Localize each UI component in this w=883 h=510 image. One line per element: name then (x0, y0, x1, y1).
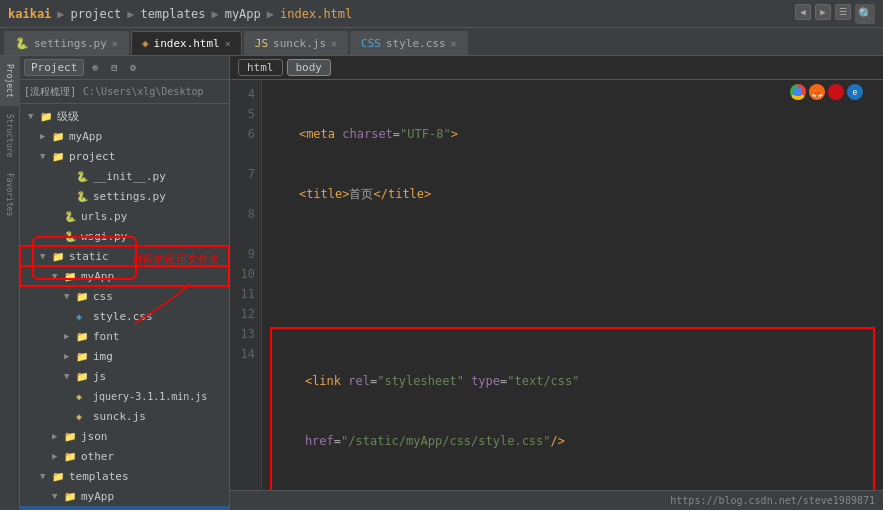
tree-indexhtml[interactable]: ◈ index.html (20, 506, 229, 510)
folder-img-icon: 📁 (76, 351, 90, 362)
css-style-icon: ◈ (76, 311, 90, 322)
opera-icon[interactable] (828, 84, 844, 100)
tab-sunck[interactable]: JS sunck.js ✕ (244, 31, 348, 55)
tree-myapp-static[interactable]: ▼ 📁 myApp (20, 266, 229, 286)
wsgi-label: wsgi.py (81, 230, 127, 243)
flow-label: [流程梳理] (24, 85, 76, 99)
folder-templates-icon: 📁 (52, 471, 66, 482)
code-editor[interactable]: <meta charset="UTF-8"> <title>首页</title>… (262, 80, 883, 490)
toolbar-btn-3[interactable]: ⚙ (125, 60, 141, 76)
py-icon: 🐍 (15, 37, 29, 50)
tree-css[interactable]: ▼ 📁 css (20, 286, 229, 306)
arrow-project: ▼ (40, 151, 52, 161)
settings-label: settings.py (93, 190, 166, 203)
menu-btn[interactable]: ☰ (835, 4, 851, 20)
tree-templates[interactable]: ▼ 📁 templates (20, 466, 229, 486)
css-label: css (93, 290, 113, 303)
tree-wsgi[interactable]: 🐍 wsgi.py (20, 226, 229, 246)
folder-myapp-tpl-icon: 📁 (64, 491, 78, 502)
breadcrumb-html[interactable]: html (238, 59, 283, 76)
tree-init[interactable]: 🐍 __init__.py (20, 166, 229, 186)
breadcrumb-myapp: myApp (225, 7, 261, 21)
js-label: js (93, 370, 106, 383)
status-url: https://blog.csdn.net/steve1989871 (670, 495, 875, 506)
img-label: img (93, 350, 113, 363)
title-bar: kaikai ▶ project ▶ templates ▶ myApp ▶ i… (0, 0, 883, 28)
nav-back-btn[interactable]: ◀ (795, 4, 811, 20)
tab-settings[interactable]: 🐍 settings.py ✕ (4, 31, 129, 55)
tab-index-close[interactable]: ✕ (225, 38, 231, 49)
ie-icon[interactable]: e (847, 84, 863, 100)
code-container: 🦊 e 4 5 6 7 8 9 10 11 12 13 14 (230, 80, 883, 490)
arrow-myapp-static: ▼ (52, 271, 64, 281)
folder-css-icon: 📁 (76, 291, 90, 302)
breadcrumb-body[interactable]: body (287, 59, 332, 76)
tree-other[interactable]: ▶ 📁 other (20, 446, 229, 466)
tab-settings-label: settings.py (34, 37, 107, 50)
tree-sunckjs[interactable]: ◈ sunck.js (20, 406, 229, 426)
path-label: C:\Users\xlg\Desktop (83, 86, 203, 97)
vtab-project[interactable]: Project (0, 56, 20, 106)
tree-myapp[interactable]: ▶ 📁 myApp (20, 126, 229, 146)
folder-font-icon: 📁 (76, 331, 90, 342)
code-line-4: <meta charset="UTF-8"> (270, 124, 875, 144)
toolbar-btn-1[interactable]: ⊕ (87, 60, 103, 76)
breadcrumb-file: index.html (280, 7, 352, 21)
title-buttons: ◀ ▶ ☰ 🔍 (795, 4, 875, 24)
vertical-tabs: Project Structure Favorites (0, 56, 20, 510)
sidebar-path-row: [流程梳理] C:\Users\xlg\Desktop (20, 80, 229, 104)
tree-stylecss[interactable]: ◈ style.css (20, 306, 229, 326)
vtab-favorites[interactable]: Favorites (0, 165, 20, 224)
arrow-js: ▼ (64, 371, 76, 381)
folder-other-icon: 📁 (64, 451, 78, 462)
tab-index[interactable]: ◈ index.html ✕ (131, 31, 242, 55)
arrow-img: ▶ (64, 351, 76, 361)
code-line-5: <title>首页</title> (270, 184, 875, 204)
other-label: other (81, 450, 114, 463)
json-label: json (81, 430, 108, 443)
tree-static[interactable]: ▼ 📁 static (20, 246, 229, 266)
tree-project[interactable]: ▼ 📁 project (20, 146, 229, 166)
jquery-label: jquery-3.1.1.min.js (93, 391, 207, 402)
tab-settings-close[interactable]: ✕ (112, 38, 118, 49)
tab-bar: 🐍 settings.py ✕ ◈ index.html ✕ JS sunck.… (0, 28, 883, 56)
search-btn[interactable]: 🔍 (855, 4, 875, 24)
css-icon: CSS (361, 37, 381, 50)
sidebar-toolbar: Project ⊕ ⊟ ⚙ (20, 56, 229, 80)
tree-myapp-templates[interactable]: ▼ 📁 myApp (20, 486, 229, 506)
arrow-myapp: ▶ (40, 131, 52, 141)
tree-img[interactable]: ▶ 📁 img (20, 346, 229, 366)
project-tab-label[interactable]: Project (24, 59, 84, 76)
py-urls-icon: 🐍 (64, 211, 78, 222)
firefox-icon[interactable]: 🦊 (809, 84, 825, 100)
tab-sunck-label: sunck.js (273, 37, 326, 50)
arrow-other: ▶ (52, 451, 64, 461)
myapp-label: myApp (69, 130, 102, 143)
browser-icons: 🦊 e (790, 84, 863, 100)
font-label: font (93, 330, 120, 343)
tree-jquery[interactable]: ◈ jquery-3.1.1.min.js (20, 386, 229, 406)
main-layout: Project Structure Favorites Project ⊕ ⊟ … (0, 56, 883, 510)
sidebar: Project ⊕ ⊟ ⚙ [流程梳理] C:\Users\xlg\Deskto… (20, 56, 230, 510)
tab-style[interactable]: CSS style.css ✕ (350, 31, 468, 55)
tree-urls[interactable]: 🐍 urls.py (20, 206, 229, 226)
nav-forward-btn[interactable]: ▶ (815, 4, 831, 20)
title-breadcrumb: kaikai ▶ project ▶ templates ▶ myApp ▶ i… (8, 7, 795, 21)
vtab-structure[interactable]: Structure (0, 106, 20, 165)
sidebar-tree[interactable]: ▼ 📁 级级 ▶ 📁 myApp ▼ 📁 project (20, 104, 229, 510)
tab-sunck-close[interactable]: ✕ (331, 38, 337, 49)
tree-settings[interactable]: 🐍 settings.py (20, 186, 229, 206)
arrow-css: ▼ (64, 291, 76, 301)
tab-style-label: style.css (386, 37, 446, 50)
tree-json[interactable]: ▶ 📁 json (20, 426, 229, 446)
grade-label: 级级 (57, 109, 79, 124)
tree-grade[interactable]: ▼ 📁 级级 (20, 106, 229, 126)
arrow-static: ▼ (40, 251, 52, 261)
py-settings-icon: 🐍 (76, 191, 90, 202)
tree-js[interactable]: ▼ 📁 js (20, 366, 229, 386)
chrome-icon[interactable] (790, 84, 806, 100)
tree-font[interactable]: ▶ 📁 font (20, 326, 229, 346)
toolbar-btn-2[interactable]: ⊟ (106, 60, 122, 76)
tab-style-close[interactable]: ✕ (451, 38, 457, 49)
myapp-tpl-label: myApp (81, 490, 114, 503)
